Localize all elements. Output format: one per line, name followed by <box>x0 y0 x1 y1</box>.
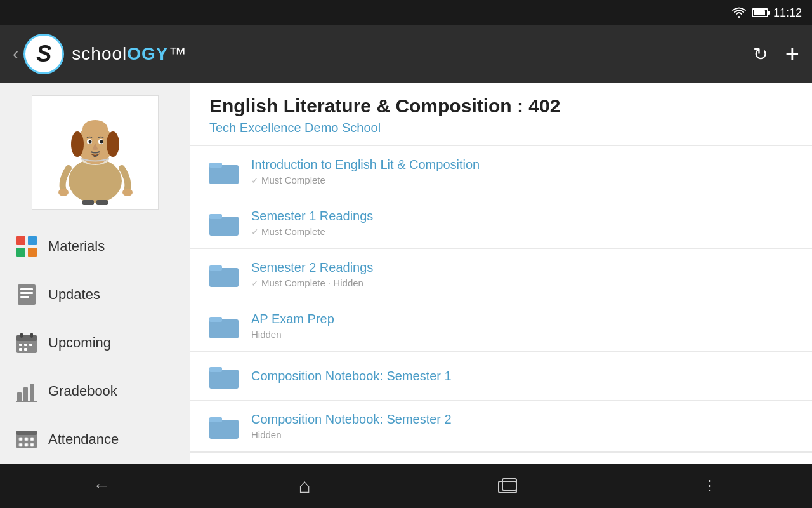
svg-rect-44 <box>209 163 222 168</box>
bottom-nav-bar: ← ⌂ ⋮ <box>0 464 812 508</box>
course-title: English Literature & Composition : 402 <box>209 95 793 117</box>
material-meta: ✓ Must Complete <box>251 175 480 185</box>
svg-rect-24 <box>20 333 23 338</box>
svg-rect-30 <box>24 348 27 351</box>
add-icon[interactable]: + <box>785 41 799 68</box>
svg-rect-12 <box>82 200 94 205</box>
main-layout: Materials Updates <box>0 83 812 464</box>
svg-point-3 <box>71 131 84 157</box>
folder-icon <box>209 262 239 287</box>
bottom-home-button[interactable]: ⌂ <box>203 474 406 498</box>
svg-point-0 <box>69 159 122 203</box>
svg-rect-37 <box>19 438 22 441</box>
logo-text: schoolOGY™ <box>72 44 187 64</box>
svg-rect-45 <box>209 217 239 236</box>
recents-icon <box>497 478 518 494</box>
svg-rect-47 <box>209 268 239 287</box>
svg-rect-32 <box>23 387 28 401</box>
back-chevron-icon[interactable]: ‹ <box>13 44 18 64</box>
materials-index-bar[interactable]: Materials Index <box>190 452 812 464</box>
updates-icon <box>15 283 38 306</box>
material-info: Composition Notebook: Semester 2 Hidden <box>251 412 452 440</box>
sidebar-item-upcoming[interactable]: Upcoming <box>0 319 190 367</box>
course-header: English Literature & Composition : 402 T… <box>190 83 812 146</box>
gradebook-icon <box>15 380 38 403</box>
material-item[interactable]: Semester 2 Readings ✓ Must Complete · Hi… <box>190 249 812 300</box>
svg-rect-55 <box>499 481 516 493</box>
svg-rect-43 <box>209 165 239 184</box>
sidebar-item-attendance[interactable]: Attendance <box>0 415 190 464</box>
bottom-recents-button[interactable] <box>406 478 609 494</box>
svg-rect-38 <box>25 438 28 441</box>
material-item[interactable]: AP Exam Prep Hidden <box>190 300 812 352</box>
svg-rect-33 <box>30 384 34 401</box>
material-item[interactable]: Composition Notebook: Semester 2 Hidden <box>190 401 812 452</box>
folder-icon <box>209 159 239 184</box>
svg-rect-29 <box>19 348 22 351</box>
svg-rect-51 <box>209 370 239 389</box>
course-image <box>32 95 159 210</box>
sidebar-item-updates-label: Updates <box>48 286 100 303</box>
sidebar-item-materials[interactable]: Materials <box>0 222 190 271</box>
material-info: Semester 2 Readings ✓ Must Complete · Hi… <box>251 260 373 288</box>
svg-rect-21 <box>20 296 29 298</box>
material-name: Semester 1 Readings <box>251 209 373 224</box>
material-info: AP Exam Prep Hidden <box>251 312 334 340</box>
check-icon: ✓ <box>251 227 259 237</box>
svg-rect-53 <box>209 420 239 439</box>
material-meta: Hidden <box>251 429 452 440</box>
sidebar-item-gradebook[interactable]: Gradebook <box>0 367 190 415</box>
svg-point-9 <box>100 140 103 144</box>
course-school: Tech Excellence Demo School <box>209 121 793 135</box>
folder-icon <box>209 210 239 236</box>
svg-rect-23 <box>16 335 37 341</box>
status-time: 11:12 <box>773 6 802 20</box>
toolbar-left: ‹ S schoolOGY™ <box>13 34 187 74</box>
toolbar-right: ↻ + <box>753 41 799 68</box>
svg-rect-13 <box>96 200 108 205</box>
material-name: Composition Notebook: Semester 2 <box>251 412 452 427</box>
material-list: Introduction to English Lit & Compositio… <box>190 146 812 452</box>
status-icons: 11:12 <box>731 6 802 20</box>
material-item[interactable]: Semester 1 Readings ✓ Must Complete <box>190 197 812 249</box>
svg-rect-16 <box>16 248 25 257</box>
battery-icon <box>752 8 768 17</box>
bottom-back-button[interactable]: ← <box>0 476 203 496</box>
material-info: Semester 1 Readings ✓ Must Complete <box>251 209 373 237</box>
toolbar: ‹ S schoolOGY™ ↻ + <box>0 25 812 83</box>
svg-rect-26 <box>19 344 22 346</box>
svg-point-5 <box>82 120 108 138</box>
nav-items: Materials Updates <box>0 222 190 464</box>
content-area: English Literature & Composition : 402 T… <box>190 83 812 464</box>
sidebar: Materials Updates <box>0 83 190 464</box>
svg-rect-15 <box>28 236 37 245</box>
sidebar-item-attendance-label: Attendance <box>48 431 119 448</box>
sidebar-item-updates[interactable]: Updates <box>0 271 190 319</box>
bottom-more-button[interactable]: ⋮ <box>609 478 812 494</box>
status-bar: 11:12 <box>0 0 812 25</box>
folder-icon <box>209 413 239 439</box>
svg-rect-54 <box>209 417 222 422</box>
attendance-icon <box>15 428 38 451</box>
shakespeare-figure <box>41 98 149 206</box>
svg-rect-40 <box>19 443 22 446</box>
svg-point-10 <box>58 189 69 196</box>
svg-rect-46 <box>209 214 222 219</box>
material-item[interactable]: Composition Notebook: Semester 1 <box>190 352 812 401</box>
material-name: Semester 2 Readings <box>251 260 373 275</box>
material-info: Introduction to English Lit & Compositio… <box>251 157 480 185</box>
material-item[interactable]: Introduction to English Lit & Compositio… <box>190 146 812 197</box>
material-info: Composition Notebook: Semester 1 <box>251 369 452 384</box>
svg-rect-50 <box>209 317 222 322</box>
svg-rect-17 <box>28 248 37 257</box>
refresh-icon[interactable]: ↻ <box>753 44 768 65</box>
sidebar-item-materials-label: Materials <box>48 238 105 255</box>
sidebar-item-gradebook-label: Gradebook <box>48 383 117 399</box>
material-meta: ✓ Must Complete · Hidden <box>251 277 373 288</box>
folder-icon <box>209 313 239 338</box>
svg-point-8 <box>88 140 91 144</box>
svg-rect-25 <box>30 333 33 338</box>
wifi-icon <box>731 7 747 18</box>
svg-rect-52 <box>209 367 222 372</box>
logo-circle: S <box>23 34 64 74</box>
